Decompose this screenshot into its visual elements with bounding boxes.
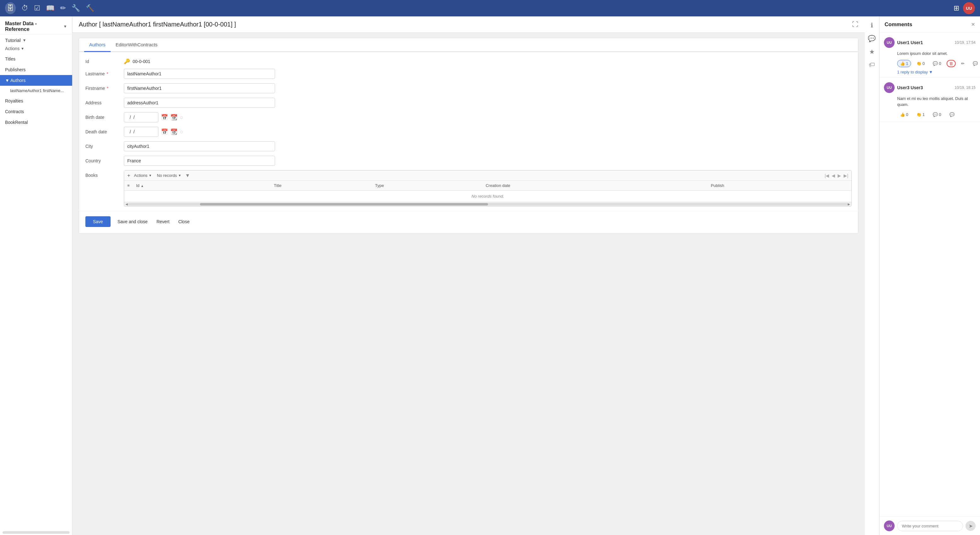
books-section: Books + Actions ▼ [85,170,852,206]
comment-react-btn-1[interactable]: 💬 0 [930,60,944,67]
database-icon[interactable]: 🗄 [5,2,16,14]
reply-icon-btn-2[interactable]: 💬 [947,111,957,118]
clap-btn-2[interactable]: 👏 1 [913,111,928,118]
comment-input[interactable] [897,521,963,531]
save-button[interactable]: Save [85,216,111,227]
like-count-1: 1 [906,61,908,66]
comments-close-button[interactable]: × [971,21,975,28]
info-icon[interactable]: ℹ [871,21,873,29]
settings-icon[interactable]: 🔨 [86,4,94,12]
birthdate-input[interactable] [124,112,158,122]
field-address-row: Address [85,98,852,108]
deathdate-input[interactable] [124,127,158,137]
no-records-dropdown-arrow: ▼ [178,174,181,177]
comment-user-2: User3 User3 [897,85,923,90]
no-data-cell: No records found. [124,191,851,202]
city-input[interactable] [124,141,275,151]
grid-icon[interactable]: ⊞ [953,4,959,12]
nav-icons-right: ⊞ UU [953,2,975,14]
revert-button[interactable]: Revert [155,218,171,225]
field-lastname-row: Lastname * [85,69,852,79]
books-filter-btn[interactable]: ▼ [185,173,190,179]
field-country-row: Country [85,156,852,166]
expand-icon[interactable]: ⛶ [852,21,858,28]
comment-time-1: 10/19, 17:54 [955,40,975,45]
comment-send-btn[interactable]: ➤ [966,521,975,531]
clap-btn-1[interactable]: 👏 0 [913,60,928,67]
deathdate-clear-icon[interactable]: ○ [180,129,183,135]
clock-icon[interactable]: ⏱ [21,4,29,12]
sidebar-item-bookrental[interactable]: BookRental [0,117,72,128]
comment-user-1: User1 User1 [897,40,923,45]
like-icon-2: 👍 [900,112,905,117]
field-deathdate-label: Death date [85,129,120,134]
birthdate-inputs: 📅 📆 ○ [124,112,183,122]
col-id[interactable]: Id ▲ [133,180,270,191]
books-actions-btn[interactable]: Actions ▼ [133,172,153,179]
wrench-icon[interactable]: 🔧 [72,4,80,12]
comment-item-1: UU User1 User1 10/19, 17:54 Lorem ipsum … [880,33,980,78]
col-creation-date[interactable]: Creation date [483,180,708,191]
sidebar-actions[interactable]: Actions ▼ [0,45,72,54]
sidebar-title-arrow[interactable]: ▼ [63,24,67,29]
scrollbar-right-arrow[interactable]: ▶ [848,203,850,206]
like-btn-1[interactable]: 👍 1 [897,60,911,67]
book-icon[interactable]: 📖 [46,4,54,12]
close-button[interactable]: Close [177,218,191,225]
sidebar-item-authors[interactable]: ▼ Authors [0,75,72,86]
save-close-button[interactable]: Save and close [116,218,150,225]
comment-react-count-1: 0 [939,61,941,66]
sidebar-item-titles[interactable]: Titles [0,54,72,64]
clap-icon-2: 👏 [916,112,921,117]
deathdate-calendar-icon[interactable]: 📅 [161,128,168,135]
col-title[interactable]: Title [270,180,372,191]
like-icon-1: 👍 [900,61,905,66]
edit-comment-btn-1[interactable]: ✏ [958,60,967,67]
books-scrollbar-track[interactable] [128,203,848,206]
books-nav-last[interactable]: ▶| [843,173,848,178]
col-publish[interactable]: Publish [708,180,851,191]
star-icon[interactable]: ★ [869,48,875,56]
actions-label: Actions [5,46,19,51]
sidebar-scrollbar[interactable] [3,531,70,534]
sidebar-tutorial[interactable]: Tutorial ▼ [0,34,72,45]
sidebar-item-royalties[interactable]: Royalties [0,96,72,106]
books-nav-first[interactable]: |◀ [825,173,829,178]
comment-input-area: UU ➤ [880,516,980,535]
clap-icon-1: 👏 [916,61,921,66]
tab-editor-contracts[interactable]: EditorWithContracts [111,38,162,52]
birthdate-clear-icon[interactable]: ○ [180,114,183,121]
birthdate-calendar-icon[interactable]: 📅 [161,114,168,121]
lastname-input[interactable] [124,69,275,79]
delete-comment-btn-1[interactable]: 🗑 [947,60,956,67]
like-btn-2[interactable]: 👍 0 [897,111,911,118]
sidebar-header: Master Data - Reference ▼ [0,16,72,34]
sidebar-item-publishers[interactable]: Publishers [0,64,72,75]
books-nav-prev[interactable]: ◀ [832,173,835,178]
books-no-records-btn[interactable]: No records ▼ [156,172,182,179]
comments-header: Comments × [880,16,980,33]
col-type[interactable]: Type [372,180,483,191]
birthdate-cal2-icon[interactable]: 📆 [170,114,177,121]
tab-authors[interactable]: Authors [84,38,111,52]
books-nav-next[interactable]: ▶ [838,173,841,178]
comment-side-icon[interactable]: 💬 [868,35,876,42]
books-scrollbar-thumb[interactable] [200,203,488,206]
side-icons: ℹ 💬 ★ 🏷 [865,16,879,535]
sidebar-item-contracts[interactable]: Contracts [0,106,72,117]
sidebar-subitem-author1[interactable]: lastNameAuthor1 firstName... [0,86,72,96]
form-card: Authors EditorWithContracts Id 🔑 00-0-00… [79,38,858,233]
check-icon[interactable]: ☑ [34,4,40,12]
books-add-btn[interactable]: + [127,173,130,179]
deathdate-cal2-icon[interactable]: 📆 [170,128,177,135]
reply-icon-btn-1[interactable]: 💬 [970,60,980,67]
firstname-input[interactable] [124,83,275,93]
address-input[interactable] [124,98,275,108]
user-avatar[interactable]: UU [963,2,975,14]
tag-icon[interactable]: 🏷 [869,61,875,69]
comment-react-btn-2[interactable]: 💬 0 [930,111,944,118]
edit-icon[interactable]: ✏ [60,4,66,12]
scrollbar-left-arrow[interactable]: ◀ [126,203,128,206]
comment-reply-1[interactable]: 1 reply to display ▼ [884,70,975,74]
country-input[interactable] [124,156,275,166]
